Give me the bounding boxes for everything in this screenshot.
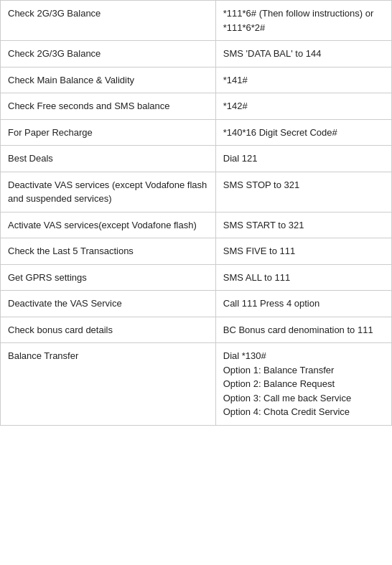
- service-cell: Best Deals: [1, 146, 216, 172]
- code-cell: Dial *130#Option 1: Balance TransferOpti…: [215, 343, 391, 426]
- table-row: Check 2G/3G Balance*111*6# (Then follow …: [1, 1, 392, 41]
- code-cell: Dial 121: [215, 146, 391, 172]
- service-cell: For Paper Recharge: [1, 119, 216, 146]
- service-cell: Get GPRS settings: [1, 264, 216, 291]
- table-row: For Paper Recharge*140*16 Digit Secret C…: [1, 119, 392, 146]
- service-cell: Check 2G/3G Balance: [1, 1, 216, 41]
- table-row: Check the Last 5 TransactionsSMS FIVE to…: [1, 238, 392, 265]
- code-cell: Call 111 Press 4 option: [215, 291, 391, 317]
- code-cell: BC Bonus card denomination to 111: [215, 317, 391, 343]
- code-cell: SMS ALL to 111: [215, 264, 391, 291]
- ussd-table: Check 2G/3G Balance*111*6# (Then follow …: [0, 0, 392, 426]
- table-row: Deactivate VAS services (except Vodafone…: [1, 172, 392, 212]
- code-cell: SMS STOP to 321: [215, 172, 391, 212]
- service-cell: Check the Last 5 Transactions: [1, 238, 216, 265]
- service-cell: Check Free seconds and SMS balance: [1, 93, 216, 120]
- code-cell: SMS START to 321: [215, 212, 391, 238]
- code-cell: SMS FIVE to 111: [215, 238, 391, 265]
- table-row: Check 2G/3G BalanceSMS 'DATA BAL' to 144: [1, 41, 392, 67]
- code-cell: SMS 'DATA BAL' to 144: [215, 41, 391, 67]
- table-row: Check Free seconds and SMS balance*142#: [1, 93, 392, 120]
- table-row: Best DealsDial 121: [1, 146, 392, 172]
- service-cell: Activate VAS services(except Vodafone fl…: [1, 212, 216, 238]
- table-row: Check bonus card detailsBC Bonus card de…: [1, 317, 392, 343]
- table-row: Balance TransferDial *130#Option 1: Bala…: [1, 343, 392, 426]
- service-cell: Check 2G/3G Balance: [1, 41, 216, 67]
- table-row: Check Main Balance & Validity*141#: [1, 67, 392, 93]
- table-row: Deactivate the VAS ServiceCall 111 Press…: [1, 291, 392, 317]
- code-cell: *141#: [215, 67, 391, 93]
- code-cell: *111*6# (Then follow instructions) or *1…: [215, 1, 391, 41]
- code-cell: *142#: [215, 93, 391, 120]
- table-row: Get GPRS settingsSMS ALL to 111: [1, 264, 392, 291]
- service-cell: Check Main Balance & Validity: [1, 67, 216, 93]
- service-cell: Deactivate the VAS Service: [1, 291, 216, 317]
- table-row: Activate VAS services(except Vodafone fl…: [1, 212, 392, 238]
- code-cell: *140*16 Digit Secret Code#: [215, 119, 391, 146]
- service-cell: Check bonus card details: [1, 317, 216, 343]
- service-cell: Deactivate VAS services (except Vodafone…: [1, 172, 216, 212]
- service-cell: Balance Transfer: [1, 343, 216, 426]
